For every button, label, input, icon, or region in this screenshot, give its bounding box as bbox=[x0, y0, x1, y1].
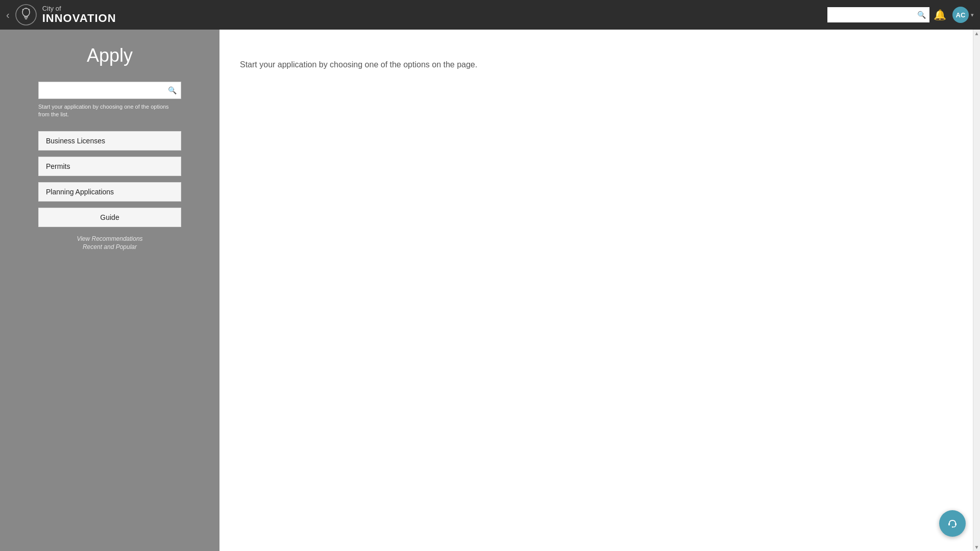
scrollbar[interactable]: ▲ ▼ bbox=[973, 30, 980, 551]
menu-item-permits[interactable]: Permits bbox=[38, 157, 181, 176]
view-recommendations-link[interactable]: View Recommendations bbox=[77, 235, 142, 242]
svg-line-7 bbox=[29, 9, 30, 10]
user-avatar-wrapper[interactable]: AC ▾ bbox=[952, 7, 974, 23]
scroll-up-arrow[interactable]: ▲ bbox=[974, 31, 979, 36]
sidebar: Apply 🔍 Start your application by choosi… bbox=[0, 30, 219, 551]
svg-point-0 bbox=[16, 5, 36, 25]
guide-label: Guide bbox=[100, 213, 119, 221]
svg-rect-9 bbox=[948, 523, 950, 525]
logo-text: City of INNOVATION bbox=[42, 5, 116, 24]
recent-popular-link[interactable]: Recent and Popular bbox=[83, 243, 137, 251]
global-search[interactable]: 🔍 bbox=[827, 7, 929, 22]
search-icon: 🔍 bbox=[917, 11, 926, 19]
header: ‹ City of INNOVATION 🔍 🔔 AC ▾ bbox=[0, 0, 980, 30]
notification-bell[interactable]: 🔔 bbox=[934, 9, 946, 21]
content-area: Start your application by choosing one o… bbox=[219, 30, 980, 551]
content-prompt: Start your application by choosing one o… bbox=[240, 60, 960, 69]
logo-icon bbox=[15, 4, 37, 26]
sidebar-title: Apply bbox=[87, 45, 133, 66]
guide-button[interactable]: Guide bbox=[38, 208, 181, 227]
logo-top: City of bbox=[42, 5, 116, 12]
chat-support-icon bbox=[945, 516, 960, 531]
business-licenses-label: Business Licenses bbox=[46, 137, 105, 145]
back-button[interactable]: ‹ bbox=[6, 9, 10, 21]
planning-applications-label: Planning Applications bbox=[46, 188, 114, 196]
sidebar-search-icon: 🔍 bbox=[168, 86, 177, 94]
svg-point-11 bbox=[952, 527, 953, 528]
logo: City of INNOVATION bbox=[15, 4, 116, 26]
svg-point-8 bbox=[946, 517, 959, 530]
svg-line-6 bbox=[22, 9, 23, 10]
global-search-input[interactable] bbox=[831, 11, 917, 19]
avatar-caret: ▾ bbox=[971, 12, 974, 18]
scroll-down-arrow[interactable]: ▼ bbox=[974, 544, 979, 550]
sidebar-links: View Recommendations Recent and Popular bbox=[77, 235, 142, 251]
svg-point-1 bbox=[22, 8, 30, 16]
user-avatar[interactable]: AC bbox=[952, 7, 969, 23]
logo-bottom: INNOVATION bbox=[42, 12, 116, 24]
sidebar-search-input[interactable] bbox=[43, 84, 168, 96]
menu-item-business-licenses[interactable]: Business Licenses bbox=[38, 131, 181, 151]
permits-label: Permits bbox=[46, 162, 70, 170]
svg-rect-10 bbox=[955, 523, 957, 525]
chat-support-button[interactable] bbox=[939, 510, 966, 537]
sidebar-search[interactable]: 🔍 bbox=[38, 82, 181, 99]
menu-item-planning-applications[interactable]: Planning Applications bbox=[38, 182, 181, 202]
main-layout: Apply 🔍 Start your application by choosi… bbox=[0, 30, 980, 551]
sidebar-hint: Start your application by choosing one o… bbox=[38, 103, 181, 119]
